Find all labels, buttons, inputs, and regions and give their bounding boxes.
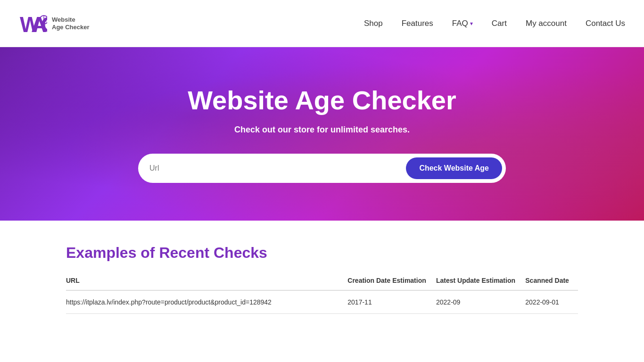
recent-checks-title: Examples of Recent Checks — [66, 244, 578, 262]
hero-title: Website Age Checker — [19, 85, 625, 115]
hero-section: Website Age Checker Check out our store … — [0, 47, 644, 221]
cell-scanned-date: 2022-09-01 — [525, 290, 578, 314]
logo[interactable]: W A C Website Age Checker — [19, 9, 89, 38]
logo-text: Website Age Checker — [52, 16, 89, 31]
url-search-input[interactable] — [149, 159, 406, 177]
logo-icon: W A C — [19, 9, 47, 38]
col-creation-date: Creation Date Estimation — [347, 271, 436, 290]
main-content: Examples of Recent Checks URL Creation D… — [0, 221, 644, 337]
nav-contact-us[interactable]: Contact Us — [586, 19, 625, 28]
col-scanned-date: Scanned Date — [525, 271, 578, 290]
hero-subtitle: Check out our store for unlimited search… — [19, 125, 625, 135]
table-head: URL Creation Date Estimation Latest Upda… — [66, 271, 578, 290]
logo-line2: Age Checker — [52, 24, 89, 31]
nav-shop[interactable]: Shop — [364, 19, 383, 28]
table-row: https://itplaza.lv/index.php?route=produ… — [66, 290, 578, 314]
nav-cart[interactable]: Cart — [492, 19, 507, 28]
logo-line1: Website — [52, 16, 89, 24]
table-body: https://itplaza.lv/index.php?route=produ… — [66, 290, 578, 314]
site-header: W A C Website Age Checker Shop Features … — [0, 0, 644, 47]
nav-features[interactable]: Features — [402, 19, 433, 28]
recent-checks-table: URL Creation Date Estimation Latest Upda… — [66, 271, 578, 314]
cell-creation-date: 2017-11 — [347, 290, 436, 314]
col-url: URL — [66, 271, 347, 290]
nav-faq[interactable]: FAQ ▾ — [452, 19, 473, 28]
cell-url: https://itplaza.lv/index.php?route=produ… — [66, 290, 347, 314]
check-website-age-button[interactable]: Check Website Age — [406, 157, 502, 179]
table-header-row: URL Creation Date Estimation Latest Upda… — [66, 271, 578, 290]
chevron-down-icon: ▾ — [470, 20, 473, 27]
search-bar: Check Website Age — [138, 154, 506, 183]
nav-my-account[interactable]: My account — [526, 19, 567, 28]
main-nav: Shop Features FAQ ▾ Cart My account Cont… — [364, 19, 625, 28]
col-latest-update: Latest Update Estimation — [436, 271, 525, 290]
cell-latest-update: 2022-09 — [436, 290, 525, 314]
